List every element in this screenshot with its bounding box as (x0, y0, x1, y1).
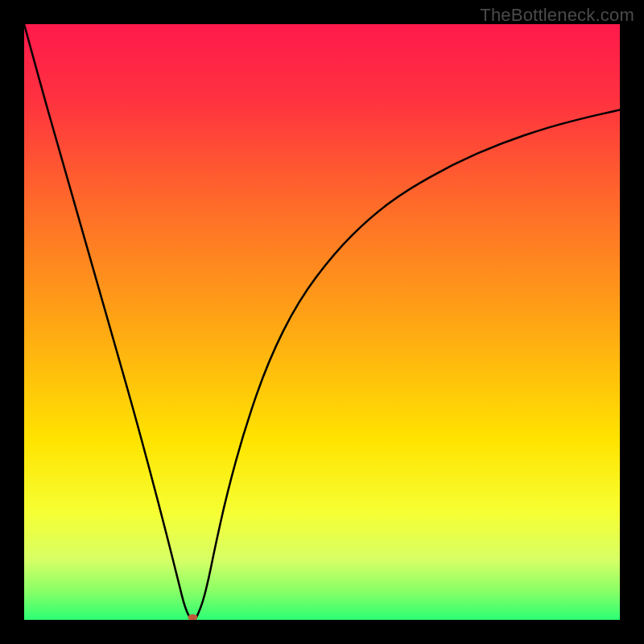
chart-background (24, 24, 620, 620)
chart-frame (24, 24, 620, 620)
watermark-text: TheBottleneck.com (480, 5, 634, 26)
bottleneck-chart (24, 24, 620, 620)
